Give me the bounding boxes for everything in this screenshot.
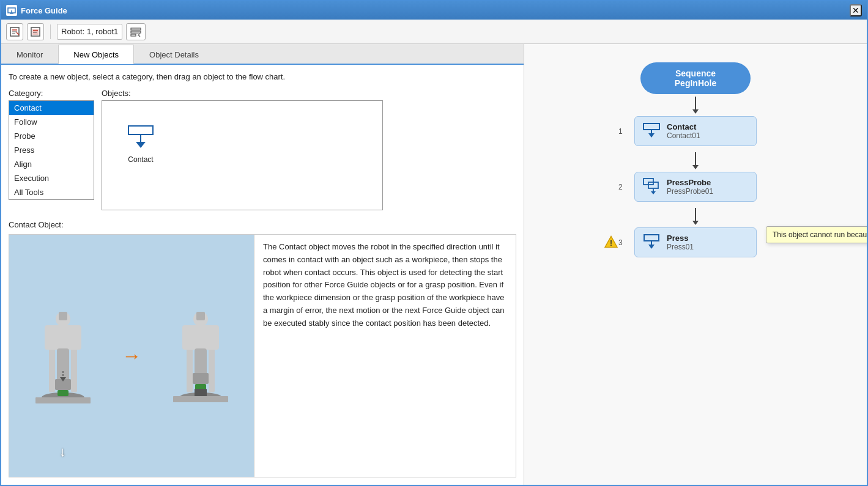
contact-object-body: ↓ → — [9, 234, 516, 477]
contact-description: The Contact object moves the robot in th… — [254, 235, 516, 477]
toolbar-layout-btn[interactable] — [126, 23, 146, 40]
objects-label: Objects: — [102, 89, 516, 98]
category-follow[interactable]: Follow — [9, 115, 94, 129]
press-node-icon — [642, 233, 661, 252]
flow-node-pressprobe[interactable]: PressProbe PressProbe01 — [634, 172, 757, 202]
title-bar: Force Guide ✕ — [1, 1, 867, 20]
category-contact[interactable]: Contact — [9, 101, 94, 115]
svg-rect-41 — [644, 123, 659, 130]
svg-rect-22 — [57, 348, 69, 382]
category-execution[interactable]: Execution — [9, 171, 94, 185]
category-all-tools[interactable]: All Tools — [9, 185, 94, 199]
arrow-2 — [695, 152, 696, 166]
svg-rect-8 — [32, 29, 39, 35]
category-align[interactable]: Align — [9, 157, 94, 171]
objects-grid: Contact — [102, 100, 383, 210]
node-3-title: Press — [667, 234, 694, 243]
contact-object-icon — [122, 121, 159, 152]
svg-marker-52 — [648, 245, 655, 249]
svg-rect-11 — [131, 28, 141, 30]
svg-rect-40 — [196, 312, 205, 320]
category-label: Category: — [9, 89, 94, 98]
svg-rect-29 — [59, 312, 67, 320]
node-1-subtitle: Contact01 — [667, 131, 700, 140]
contact-object-section-label: Contact Object: — [9, 220, 516, 229]
transition-arrow: → — [116, 235, 147, 477]
right-panel: Sequence PegInHole 1 — [524, 44, 867, 485]
svg-rect-19 — [49, 344, 55, 392]
warning-tooltip: This object cannot run because no force … — [766, 226, 867, 243]
robot-image-after — [147, 235, 254, 477]
toolbar-btn-2[interactable] — [27, 23, 44, 40]
svg-text:!: ! — [610, 238, 612, 247]
svg-rect-20 — [71, 344, 77, 392]
flow-node-press[interactable]: Press Press01 — [634, 227, 757, 257]
svg-marker-43 — [648, 133, 655, 138]
svg-rect-25 — [35, 397, 91, 403]
category-probe[interactable]: Probe — [9, 129, 94, 143]
node-number-3: 3 — [618, 238, 623, 247]
main-content: Monitor New Objects Object Details To cr… — [1, 44, 867, 485]
toolbar-divider — [50, 24, 51, 39]
warning-icon-container: ! — [604, 235, 618, 250]
svg-marker-47 — [651, 191, 656, 194]
flow-node-contact-wrapper: 1 Contact Contact01 — [634, 116, 757, 146]
category-objects-row: Category: Contact Follow Probe Press Ali… — [9, 89, 516, 210]
left-panel: Monitor New Objects Object Details To cr… — [1, 44, 524, 485]
tab-monitor[interactable]: Monitor — [1, 45, 58, 64]
svg-rect-24 — [57, 390, 69, 396]
node-2-subtitle: PressProbe01 — [667, 187, 713, 196]
object-contact[interactable]: Contact — [107, 106, 174, 179]
arrow-1 — [695, 97, 696, 110]
robot-image-before: ↓ — [9, 235, 116, 477]
app-window: Force Guide ✕ Robot: 1, robot1 — [0, 0, 868, 486]
sequence-label1: Sequence — [662, 68, 729, 78]
toolbar: Robot: 1, robot1 — [1, 20, 867, 44]
sequence-node[interactable]: Sequence PegInHole — [640, 62, 751, 94]
sequence-label2: PegInHole — [662, 78, 729, 88]
category-press[interactable]: Press — [9, 143, 94, 157]
node-number-1: 1 — [618, 127, 623, 136]
robot-label: Robot: 1, robot1 — [57, 24, 122, 40]
tab-new-objects[interactable]: New Objects — [58, 45, 134, 64]
panel-content: To create a new object, select a categor… — [1, 65, 524, 485]
close-button[interactable]: ✕ — [850, 4, 862, 17]
category-section: Category: Contact Follow Probe Press Ali… — [9, 89, 94, 210]
svg-rect-50 — [644, 235, 659, 241]
arrow-3 — [695, 208, 696, 221]
flowchart: Sequence PegInHole 1 — [634, 62, 757, 261]
category-list: Contact Follow Probe Press Align Executi… — [9, 100, 94, 200]
flow-node-pressprobe-wrapper: 2 PressProbe — [634, 172, 757, 202]
contact-object-section: Contact Object: — [9, 220, 516, 477]
flow-node-press-wrapper: 3 ! — [634, 227, 757, 257]
node-1-title: Contact — [667, 122, 700, 131]
svg-rect-15 — [128, 126, 153, 134]
svg-rect-21 — [45, 325, 81, 350]
tab-object-details[interactable]: Object Details — [134, 45, 214, 64]
svg-rect-31 — [187, 344, 193, 392]
warning-icon: ! — [604, 235, 618, 248]
node-3-subtitle: Press01 — [667, 243, 694, 251]
tabs: Monitor New Objects Object Details — [1, 44, 524, 65]
svg-rect-35 — [193, 373, 209, 384]
objects-section: Objects: — [102, 89, 516, 210]
svg-rect-38 — [173, 396, 228, 402]
contact-node-icon — [642, 122, 661, 141]
flow-node-contact[interactable]: Contact Contact01 — [634, 116, 757, 146]
svg-rect-13 — [131, 34, 136, 36]
node-2-title: PressProbe — [667, 178, 713, 187]
instruction-text: To create a new object, select a categor… — [9, 72, 516, 81]
svg-rect-34 — [195, 348, 207, 376]
svg-marker-17 — [136, 142, 146, 148]
app-icon — [6, 5, 17, 16]
object-contact-label: Contact — [128, 155, 153, 164]
svg-rect-32 — [209, 344, 215, 392]
pressprobe-node-icon — [642, 177, 661, 196]
app-title: Force Guide — [21, 6, 846, 15]
svg-rect-12 — [131, 31, 141, 33]
toolbar-btn-1[interactable] — [6, 23, 23, 40]
svg-rect-37 — [195, 389, 207, 397]
svg-rect-33 — [182, 325, 219, 350]
node-number-2: 2 — [618, 183, 623, 191]
